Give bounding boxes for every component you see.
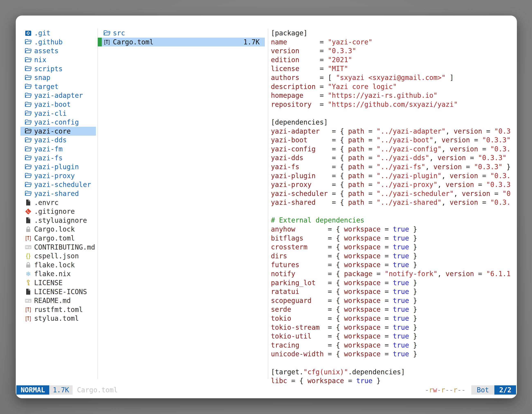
- dir-row-snap[interactable]: snap: [20, 73, 96, 82]
- code-token-boo: true: [393, 332, 409, 340]
- code-token-pun: =: [312, 100, 328, 108]
- file-row-.gitignore[interactable]: .gitignore: [20, 207, 96, 216]
- file-row-Cargo.toml[interactable]: [T]Cargo.toml1.7K: [98, 38, 265, 47]
- code-line: dirs = { workspace = true }: [271, 251, 517, 260]
- code-token-pun: =: [478, 145, 490, 153]
- dir-row-nix[interactable]: nix: [20, 55, 96, 64]
- file-row-cspell.json[interactable]: {}cspell.json: [20, 251, 96, 260]
- code-token-pun: =: [380, 297, 393, 305]
- code-token-pun: ,: [441, 145, 450, 153]
- toml-icon: [T]: [25, 234, 32, 242]
- code-token-pun: = {: [324, 350, 344, 358]
- dir-row-src[interactable]: src: [98, 29, 265, 38]
- dir-row-yazi-fs[interactable]: yazi-fs: [20, 154, 96, 163]
- code-token-str: "../yazi-fs": [377, 163, 425, 171]
- code-token-pun: ,: [446, 127, 454, 135]
- code-line: futures = { workspace = true }: [271, 260, 517, 270]
- code-token-key: version: [450, 145, 478, 153]
- dir-row-.github[interactable]: .github: [20, 38, 96, 47]
- entry-name: yazi-proxy: [34, 172, 75, 180]
- file-row-Cargo.lock[interactable]: Cargo.lock: [20, 225, 96, 234]
- tab-indicator: 2/2: [494, 385, 516, 395]
- code-line: notify = { package = "notify-fork", vers…: [271, 270, 517, 278]
- permission-char: -: [425, 386, 429, 394]
- code-token-pun: ,: [429, 154, 437, 162]
- code-token-pun: =: [380, 323, 393, 331]
- dir-row-scripts[interactable]: scripts: [20, 64, 96, 73]
- status-file-size: 1.7K: [49, 385, 72, 395]
- code-token-key: tokio: [271, 314, 291, 322]
- code-line: yazi-boot = { path = "../yazi-boot", ver…: [271, 136, 517, 144]
- code-token-pun: =: [380, 279, 393, 287]
- code-token-pun: .dependencies]: [348, 368, 405, 376]
- dir-row-yazi-dds[interactable]: yazi-dds: [20, 136, 96, 144]
- file-row-CONTRIBUTING.md[interactable]: CONTRIBUTING.md: [20, 243, 96, 251]
- code-token-key: unicode-width: [271, 350, 324, 358]
- dir-row-yazi-cli[interactable]: yazi-cli: [20, 109, 96, 118]
- code-token-boo: true: [393, 279, 409, 287]
- code-line: yazi-proxy = { path = "../yazi-proxy", v…: [271, 180, 517, 189]
- code-token-pun: =: [380, 305, 393, 313]
- dir-row-yazi-boot[interactable]: yazi-boot: [20, 100, 96, 109]
- code-token-key: version: [454, 127, 482, 135]
- code-token-pun: = {: [307, 243, 344, 251]
- file-row-flake.nix[interactable]: ❄flake.nix: [20, 270, 96, 278]
- code-token-key: parking_lot: [271, 279, 316, 287]
- code-token-pun: ,: [441, 198, 450, 206]
- entry-name: yazi-core: [34, 127, 71, 135]
- file-row-rustfmt.toml[interactable]: [T]rustfmt.toml: [20, 305, 96, 314]
- code-token-str: "../yazi-dds": [377, 154, 429, 162]
- entry-name: yazi-config: [34, 118, 79, 126]
- code-token-key: version: [450, 198, 478, 206]
- dir-row-yazi-core[interactable]: yazi-core: [20, 127, 96, 136]
- dir-row-.git[interactable]: .git: [20, 29, 96, 38]
- code-token-pun: =: [380, 252, 393, 260]
- svg-text:[T]: [T]: [25, 306, 31, 313]
- folder-open-icon: [25, 145, 32, 153]
- code-token-pun: =: [299, 56, 328, 64]
- dir-row-yazi-config[interactable]: yazi-config: [20, 118, 96, 127]
- code-token-pun: =: [380, 341, 393, 349]
- code-token-str: "../yazi-boot": [377, 136, 433, 144]
- code-token-key: ratatui: [271, 288, 299, 296]
- code-token-key: path: [348, 136, 364, 144]
- file-row-stylua.toml[interactable]: [T]stylua.toml: [20, 314, 96, 323]
- code-token-str: "0.3.: [490, 172, 511, 180]
- code-token-key: authors: [271, 74, 299, 82]
- dir-row-yazi-proxy[interactable]: yazi-proxy: [20, 171, 96, 180]
- code-token-pun: =: [474, 270, 486, 278]
- code-token-boo: true: [393, 288, 409, 296]
- dir-row-yazi-scheduler[interactable]: yazi-scheduler: [20, 180, 96, 189]
- file-row-LICENSE-ICONS[interactable]: LICENSE-ICONS: [20, 287, 96, 296]
- file-row-README.md[interactable]: README.md: [20, 296, 96, 305]
- file-row-Cargo.toml[interactable]: [T]Cargo.toml: [20, 234, 96, 243]
- folder-open-icon: [25, 181, 32, 188]
- code-token-pun: =: [364, 136, 377, 144]
- dir-row-assets[interactable]: assets: [20, 47, 96, 55]
- code-token-str: "../yazi-proxy": [377, 181, 437, 189]
- code-token-pun: = {: [316, 145, 348, 153]
- code-token-key: name: [271, 38, 287, 46]
- code-line: [target."cfg(unix)".dependencies]: [271, 367, 517, 376]
- dir-row-target[interactable]: target: [20, 82, 96, 91]
- dir-row-yazi-adapter[interactable]: yazi-adapter: [20, 91, 96, 100]
- code-token-pun: =: [344, 377, 356, 385]
- desktop-background: .git.githubassetsnixscriptssnaptargetyaz…: [0, 0, 532, 414]
- file-row-LICENSE[interactable]: LICENSE: [20, 278, 96, 287]
- dir-row-yazi-fm[interactable]: yazi-fm: [20, 144, 96, 154]
- status-filename: Cargo.toml: [73, 385, 118, 395]
- dir-row-yazi-shared[interactable]: yazi-shared: [20, 189, 96, 198]
- file-row-flake.lock[interactable]: flake.lock: [20, 260, 96, 270]
- code-token-pun: }: [409, 350, 417, 358]
- entry-name: .github: [34, 38, 63, 46]
- code-token-pun: = {: [304, 154, 348, 162]
- file-row-.envrc[interactable]: .envrc: [20, 198, 96, 207]
- code-token-pun: =: [287, 38, 328, 46]
- code-line: # External dependencies: [271, 216, 517, 225]
- code-line: yazi-plugin = { path = "../yazi-plugin",…: [271, 171, 517, 180]
- code-token-pun: =: [364, 198, 377, 206]
- file-row-.styluaignore[interactable]: .styluaignore: [20, 216, 96, 225]
- dir-row-yazi-plugin[interactable]: yazi-plugin: [20, 163, 96, 171]
- entry-name: .git: [34, 29, 50, 37]
- code-token-pun: = {: [287, 377, 307, 385]
